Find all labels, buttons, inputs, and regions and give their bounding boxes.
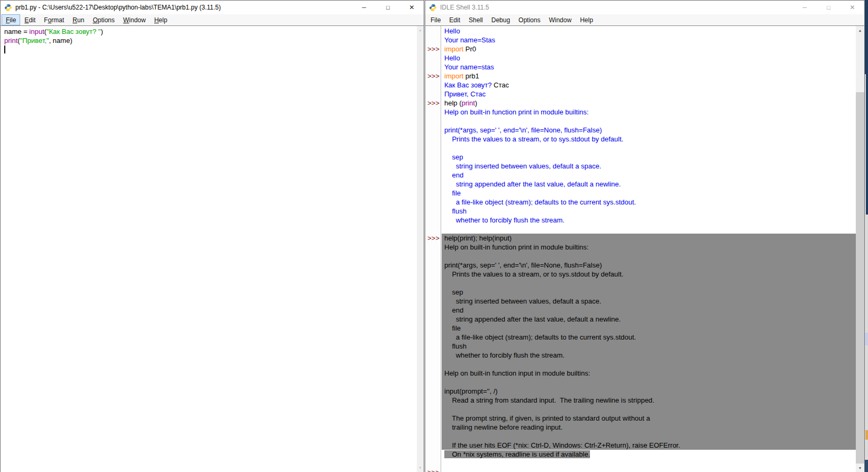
shell-line: sep [442, 288, 856, 297]
shell-line: Как Вас зовут? Стас [442, 81, 856, 90]
shell-line: The prompt string, if given, is printed … [442, 414, 856, 423]
background-window-sliver [865, 460, 868, 472]
scroll-up-icon[interactable]: ▲ [417, 26, 424, 34]
shell-line: print(*args, sep=' ', end='\n', file=Non… [442, 261, 856, 270]
shell-line: trailing newline before reading input. [442, 423, 856, 432]
menu-item-options[interactable]: Options [514, 14, 544, 25]
editor-line [4, 45, 417, 54]
background-window-sliver [865, 333, 868, 345]
python-file-icon [4, 4, 12, 12]
shell-line [442, 279, 856, 288]
menu-item-run[interactable]: Run [68, 14, 88, 25]
shell-prompt [425, 171, 441, 180]
editor-menubar: FileEditFormatRunOptionsWindowHelp [1, 14, 424, 26]
menu-item-window[interactable]: Window [544, 14, 576, 25]
shell-prompt: >>> [425, 99, 441, 108]
shell-prompt: >>> [425, 72, 441, 81]
shell-titlebar: IDLE Shell 3.11.5 ─ □ ✕ [425, 1, 864, 14]
menu-item-help[interactable]: Help [150, 14, 172, 25]
shell-line: sep [442, 153, 856, 162]
shell-prompt [425, 369, 441, 378]
shell-prompt [425, 378, 441, 387]
shell-line: Your name=Stas [442, 35, 856, 44]
shell-prompt [425, 333, 441, 342]
background-window-sliver [866, 74, 868, 215]
minimize-button[interactable]: ─ [352, 1, 376, 14]
editor-area[interactable]: name = input("Как Вас зовут? ")print("Пр… [1, 25, 424, 472]
editor-window-title: prb1.py - C:\Users\u522-17\Desktop\pytho… [15, 4, 221, 11]
shell-line [442, 360, 856, 369]
close-icon[interactable]: ✕ [400, 1, 424, 14]
shell-line: If the user hits EOF (*nix: Ctrl-D, Wind… [442, 441, 856, 450]
scroll-up-icon[interactable]: ▲ [856, 26, 864, 34]
scroll-down-icon[interactable]: ▼ [417, 464, 424, 472]
shell-prompt [425, 189, 441, 198]
shell-line [442, 252, 856, 261]
shell-line [442, 225, 856, 234]
shell-prompt-gutter: >>>>>>>>>>>>>>> [425, 26, 441, 472]
editor-window: prb1.py - C:\Users\u522-17\Desktop\pytho… [0, 0, 424, 472]
menu-item-help[interactable]: Help [576, 14, 597, 25]
shell-line [442, 117, 856, 126]
shell-window-title: IDLE Shell 3.11.5 [440, 4, 489, 11]
shell-line: a file-like object (stream); defaults to… [442, 333, 856, 342]
shell-prompt [425, 243, 441, 252]
shell-prompt [425, 54, 441, 63]
scroll-down-icon[interactable]: ▼ [856, 464, 864, 472]
menu-item-file[interactable]: File [2, 14, 20, 25]
shell-line: end [442, 171, 856, 180]
shell-area[interactable]: >>>>>>>>>>>>>>> HelloYour name=Stasimpor… [425, 25, 864, 472]
menu-item-shell[interactable]: Shell [464, 14, 487, 25]
shell-prompt: >>> [425, 44, 441, 54]
shell-prompt [425, 279, 441, 288]
background-window-sliver [865, 0, 868, 74]
shell-prompt [425, 135, 441, 144]
menu-item-edit[interactable]: Edit [20, 14, 40, 25]
maximize-button[interactable]: □ [817, 1, 840, 14]
menu-item-format[interactable]: Format [40, 14, 68, 25]
shell-window: IDLE Shell 3.11.5 ─ □ ✕ FileEditShellDeb… [425, 0, 865, 472]
shell-prompt [425, 117, 441, 126]
shell-prompt [425, 81, 441, 90]
shell-line [442, 405, 856, 414]
menu-item-debug[interactable]: Debug [487, 14, 514, 25]
shell-prompt [425, 225, 441, 234]
minimize-button[interactable]: ─ [793, 1, 817, 14]
maximize-button[interactable]: □ [376, 1, 400, 14]
menu-item-edit[interactable]: Edit [445, 14, 464, 25]
shell-scrollbar[interactable]: ▲ ▼ [856, 26, 864, 472]
editor-line: name = input("Как Вас зовут? ") [4, 27, 417, 36]
shell-line: Hello [442, 26, 856, 35]
shell-line [442, 468, 856, 472]
shell-prompt: >>> [425, 468, 441, 472]
shell-line: help (print) [442, 99, 856, 108]
shell-prompt [425, 297, 441, 306]
shell-line: flush [442, 342, 856, 351]
menu-item-options[interactable]: Options [88, 14, 119, 25]
shell-line: import Pr0 [442, 44, 856, 54]
shell-prompt [425, 270, 441, 279]
scrollbar-thumb[interactable] [856, 92, 864, 464]
shell-line: Read a string from standard input. The t… [442, 396, 856, 405]
shell-prompt [425, 306, 441, 315]
text-caret [4, 46, 5, 54]
editor-titlebar: prb1.py - C:\Users\u522-17\Desktop\pytho… [1, 1, 424, 14]
shell-prompt [425, 351, 441, 360]
shell-prompt [425, 198, 441, 207]
shell-line: On *nix systems, readline is used if ava… [442, 450, 856, 459]
editor-scrollbar[interactable]: ▲ ▼ [417, 26, 424, 472]
shell-line [442, 378, 856, 387]
shell-prompt [425, 414, 441, 423]
editor-code: name = input("Как Вас зовут? ")print("Пр… [1, 26, 417, 472]
menu-item-window[interactable]: Window [119, 14, 150, 25]
menu-item-file[interactable]: File [426, 14, 445, 25]
shell-prompt [425, 423, 441, 432]
close-icon[interactable]: ✕ [840, 1, 864, 14]
shell-line [442, 459, 856, 468]
shell-line: help(print); help(input) [442, 234, 856, 243]
shell-line: Your name=stas [442, 63, 856, 72]
shell-line: whether to forcibly flush the stream. [442, 216, 856, 225]
shell-line: print(*args, sep=' ', end='\n', file=Non… [442, 126, 856, 135]
editor-line: print("Привет,", name) [4, 36, 417, 45]
shell-prompt [425, 441, 441, 450]
